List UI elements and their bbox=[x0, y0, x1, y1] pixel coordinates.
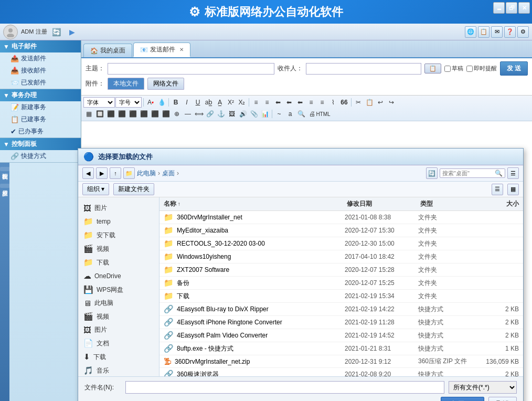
text-border-btn[interactable]: A̲ bbox=[215, 97, 225, 108]
new-folder-btn[interactable]: 新建文件夹 bbox=[113, 183, 154, 195]
search-input[interactable] bbox=[442, 170, 495, 176]
sidebar-item-done-affair[interactable]: ✔ 已办事务 bbox=[0, 125, 81, 138]
flash-btn[interactable]: ⟺ bbox=[194, 109, 204, 119]
icon-btn-1[interactable]: 🌐 bbox=[465, 26, 476, 38]
html-btn[interactable]: HTML bbox=[318, 109, 328, 119]
size-select[interactable]: 字号 bbox=[115, 97, 142, 108]
anchor-btn[interactable]: ⚓ bbox=[216, 109, 226, 119]
table-row[interactable]: 🔗 4Easysoft Palm Video Converter 2021-02… bbox=[159, 329, 523, 342]
table-row[interactable]: 📁 下载 2021-02-19 15:34 文件夹 bbox=[159, 290, 523, 303]
sidebar-header-email[interactable]: ▼ 电子邮件 bbox=[0, 40, 81, 52]
sidebar-item-send-email[interactable]: 📤 发送邮件 bbox=[0, 52, 81, 65]
template-btn[interactable]: ~ bbox=[274, 109, 284, 119]
col-name[interactable]: 名称 bbox=[159, 199, 345, 208]
audio-btn[interactable]: 🔊 bbox=[238, 109, 248, 119]
recipient-picker-btn[interactable]: 📋 bbox=[424, 64, 441, 73]
tb3[interactable]: ⬛ bbox=[127, 109, 138, 119]
macro-btn[interactable]: a bbox=[285, 109, 295, 119]
tb6[interactable]: ⬛ bbox=[161, 109, 171, 119]
draft-checkbox[interactable] bbox=[444, 66, 451, 72]
left-panel-item-2[interactable]: 📁安下载 bbox=[80, 228, 157, 242]
nav-forward-btn[interactable]: ▶ bbox=[96, 167, 108, 179]
find-btn[interactable]: 🔍 bbox=[296, 109, 306, 119]
nav-up-btn[interactable]: ↑ bbox=[110, 167, 121, 179]
table-row[interactable]: 📁 MyEditor_xiazaiba 2020-12-07 15:30 文件夹 bbox=[159, 224, 523, 237]
highlight-btn[interactable]: 💧 bbox=[156, 97, 167, 108]
font-color-btn[interactable]: A▾ bbox=[145, 97, 156, 108]
organize-btn[interactable]: 组织 ▾ bbox=[82, 183, 109, 195]
left-panel-item-9[interactable]: 🖼图片 bbox=[80, 323, 157, 336]
table-row[interactable]: 📁 Windows10yisheng 2017-04-10 18:42 文件夹 bbox=[159, 250, 523, 263]
icon-btn-2[interactable]: 📋 bbox=[478, 26, 490, 38]
list-ul-btn[interactable]: ≡ bbox=[251, 97, 261, 108]
copy-btn[interactable]: 📋 bbox=[364, 97, 375, 108]
maximize-button[interactable]: 🗗 bbox=[506, 2, 517, 14]
table-row[interactable]: 📁 RECTOOLS_30-12-2020 03-00 2020-12-30 1… bbox=[159, 237, 523, 250]
col-type[interactable]: 类型 bbox=[418, 199, 476, 208]
underline-btn[interactable]: U bbox=[193, 97, 203, 108]
insert-table-btn[interactable]: 🔲 bbox=[94, 109, 105, 119]
list-ol-btn[interactable]: ≡ bbox=[262, 97, 272, 108]
table-row[interactable]: 🔗 8uftp.exe - 快捷方式 2021-01-21 8:31 快捷方式 … bbox=[159, 342, 523, 355]
table-row[interactable]: 📁 ZXT2007 Software 2020-12-07 15:28 文件夹 bbox=[159, 263, 523, 277]
text-dir-btn[interactable]: ⌇ bbox=[328, 97, 338, 108]
left-panel-item-3[interactable]: 🎬视频 bbox=[80, 242, 157, 256]
breadcrumb-computer[interactable]: 此电脑 bbox=[137, 169, 156, 178]
left-panel-item-8[interactable]: 🎬视频 bbox=[80, 310, 157, 323]
minimize-button[interactable]: 🗕 bbox=[493, 2, 505, 14]
nav-back-btn[interactable]: ◀ bbox=[82, 167, 94, 179]
left-panel-item-12[interactable]: 🎵音乐 bbox=[80, 364, 157, 376]
icon-btn-3[interactable]: ✉ bbox=[491, 26, 503, 38]
table-row[interactable]: 🔗 360极速浏览器 2021-02-08 9:20 快捷方式 2 KB bbox=[159, 368, 523, 376]
icon-btn-4[interactable]: ❓ bbox=[504, 26, 516, 38]
sidebar-item-shortcut[interactable]: 🔗 快捷方式 bbox=[0, 150, 81, 162]
justify-btn[interactable]: ≡ bbox=[306, 97, 316, 108]
view-details-btn[interactable]: ▦ bbox=[507, 184, 519, 195]
left-panel-item-5[interactable]: ☁OneDrive bbox=[80, 269, 157, 283]
align-center-btn[interactable]: ⬅ bbox=[284, 97, 294, 108]
recipient-input[interactable] bbox=[306, 63, 421, 75]
send-button[interactable]: 发 送 bbox=[500, 61, 528, 76]
left-panel-item-0[interactable]: 🖼图片 bbox=[80, 202, 157, 215]
forward-button[interactable]: ▶ bbox=[66, 26, 79, 38]
bold-btn[interactable]: B bbox=[171, 97, 181, 108]
left-panel-item-4[interactable]: 📁下载 bbox=[80, 256, 157, 269]
align-left-btn[interactable]: ⬅ bbox=[273, 97, 283, 108]
left-panel-item-11[interactable]: ⬇下载 bbox=[80, 350, 157, 364]
symbol-btn[interactable]: ⊕ bbox=[172, 109, 182, 119]
filetype-select[interactable]: 所有文件(*.*) bbox=[449, 381, 517, 394]
strikethrough-btn[interactable]: ab̲ bbox=[204, 97, 214, 108]
sidebar-item-new-affair[interactable]: 📝 新建事务 bbox=[0, 101, 81, 113]
chart-btn[interactable]: 📊 bbox=[260, 109, 270, 119]
dialog-cancel-btn[interactable]: 取消 bbox=[488, 397, 517, 401]
table-row[interactable]: 🔗 4Easysoft iPhone Ringtone Converter 20… bbox=[159, 316, 523, 329]
nav-folder-btn[interactable]: 📁 bbox=[123, 167, 135, 179]
subscript-btn[interactable]: X₂ bbox=[237, 97, 247, 108]
subject-input[interactable] bbox=[108, 63, 274, 75]
attach-btn[interactable]: 📎 bbox=[249, 109, 259, 119]
sidebar-item-created-affair[interactable]: 📋 已建事务 bbox=[0, 113, 81, 125]
sidebar-expand-control-label[interactable]: 控制面板 bbox=[0, 167, 10, 171]
undo-btn[interactable]: ↩ bbox=[375, 97, 386, 108]
nav-refresh-btn[interactable]: 🔄 bbox=[426, 167, 438, 179]
view-toggle-btn[interactable]: ☰ bbox=[507, 167, 519, 179]
table-btn[interactable]: ▦ bbox=[83, 109, 94, 119]
table-row[interactable]: 📁 360DrvMgrInstaller_net 2021-01-08 8:38… bbox=[159, 211, 523, 224]
table-row[interactable]: 📁 备份 2020-12-07 15:25 文件夹 bbox=[159, 277, 523, 290]
network-file-tab[interactable]: 网络文件 bbox=[147, 78, 184, 90]
tab-send-email[interactable]: 📧 发送邮件 ✕ bbox=[133, 43, 190, 57]
reminder-checkbox[interactable] bbox=[466, 66, 473, 72]
breadcrumb-desktop[interactable]: 桌面 bbox=[162, 169, 175, 178]
tb5[interactable]: ⬛ bbox=[150, 109, 160, 119]
font-select[interactable]: 字体 bbox=[83, 97, 115, 108]
filename-input[interactable] bbox=[125, 381, 444, 394]
left-panel-item-1[interactable]: 📁temp bbox=[80, 215, 157, 228]
left-panel-item-6[interactable]: 💾WPS网盘 bbox=[80, 283, 157, 297]
sidebar-header-affairs[interactable]: ▼ 事务办理 bbox=[0, 89, 81, 101]
table-row[interactable]: 🔗 4Easysoft Blu-ray to DivX Ripper 2021-… bbox=[159, 303, 523, 316]
icon-btn-5[interactable]: ⚙ bbox=[517, 26, 529, 38]
left-panel-item-10[interactable]: 📄文档 bbox=[80, 336, 157, 350]
hr-btn[interactable]: — bbox=[183, 109, 193, 119]
refresh-button[interactable]: 🔄 bbox=[50, 26, 63, 38]
tb4[interactable]: ⬛ bbox=[139, 109, 149, 119]
